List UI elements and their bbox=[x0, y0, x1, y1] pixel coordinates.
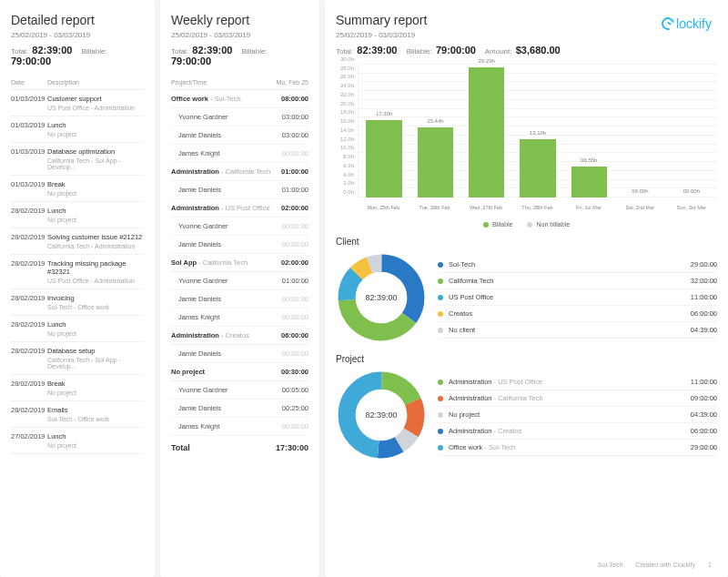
weekly-group-header: Administration - US Post Office02:00:00 bbox=[171, 199, 308, 218]
user-name: James Knight bbox=[178, 313, 219, 321]
weekly-user-row: Jamie Daniels00:25:00 bbox=[171, 400, 308, 418]
group-time: 00:30:00 bbox=[281, 368, 308, 376]
table-row: 01/03/2019LunchNo project bbox=[11, 116, 144, 143]
group-time: 01:00:00 bbox=[281, 167, 308, 176]
weekly-user-row: James Knight00:00:00 bbox=[171, 309, 308, 327]
x-tick: Thu, 28th Feb bbox=[511, 205, 562, 210]
amount-value: $3,680.00 bbox=[516, 45, 561, 56]
row-description: Lunch bbox=[47, 432, 144, 440]
y-tick: 0.0h bbox=[343, 189, 354, 195]
row-date: 01/03/2019 bbox=[11, 180, 47, 188]
user-name: Yvonne Gardner bbox=[178, 113, 228, 121]
bar-value-label: 00:00h bbox=[673, 188, 709, 194]
group-time: 02:00:00 bbox=[281, 258, 308, 267]
row-date: 28/02/2019 bbox=[11, 207, 47, 215]
legend-time: 32:00:00 bbox=[691, 277, 717, 285]
row-description: Customer support bbox=[47, 95, 144, 103]
user-name: Yvonne Gardner bbox=[178, 386, 228, 394]
bar: 29:29h bbox=[469, 67, 504, 197]
total-label: Total: bbox=[171, 47, 188, 56]
y-tick: 4.0h bbox=[343, 172, 354, 177]
weekly-group-header: Administration - California Tech01:00:00 bbox=[171, 163, 308, 181]
col-project: Project/Time bbox=[171, 79, 207, 86]
row-subtitle: No project bbox=[11, 131, 144, 137]
user-time: 00:05:00 bbox=[282, 386, 308, 394]
weekly-title: Weekly report bbox=[171, 13, 308, 27]
weekly-bar-chart: 0.0h2.0h4.0h6.0h8.0h10.0h12.0h14.0h16.0h… bbox=[336, 65, 717, 219]
detailed-report-card: Detailed report 25/02/2019 - 03/03/2019 … bbox=[0, 0, 155, 577]
legend-time: 04:39:00 bbox=[691, 326, 717, 334]
user-time: 00:00:00 bbox=[282, 313, 308, 321]
weekly-user-row: Yvonne Gardner01:00:00 bbox=[171, 272, 308, 290]
y-tick: 12.0h bbox=[340, 137, 354, 142]
bar-slot: 13:10h bbox=[512, 65, 563, 197]
bar-slot: 06:55h bbox=[563, 65, 614, 197]
legend-row: No client04:39:00 bbox=[438, 322, 717, 339]
weekly-group-header: Administration - Creatos06:00:00 bbox=[171, 327, 308, 345]
row-date: 27/02/2019 bbox=[11, 432, 47, 440]
legend-name: No project bbox=[449, 410, 480, 419]
legend-dot-icon bbox=[438, 328, 443, 333]
amount-label: Amount: bbox=[485, 47, 512, 56]
y-tick: 24.0h bbox=[340, 83, 354, 88]
legend-name: Office work - Sol-Tech bbox=[449, 443, 515, 451]
weekly-table-header: Project/Time Mo, Feb 25 bbox=[171, 76, 308, 90]
group-time: 06:00:00 bbox=[281, 331, 308, 339]
row-subtitle: US Post Office - Administration bbox=[11, 278, 144, 284]
project-donut-block: 82:39:00 Administration - US Post Office… bbox=[336, 369, 717, 461]
legend-row: California Tech32:00:00 bbox=[438, 273, 717, 289]
project-legend: Administration - US Post Office11:00:00A… bbox=[438, 374, 717, 456]
row-date: 28/02/2019 bbox=[11, 347, 47, 355]
bar-value-label: 00:00h bbox=[622, 188, 658, 194]
legend-time: 11:00:00 bbox=[691, 293, 717, 301]
page-footer: Sol-Tech Created with Clockify 1 bbox=[598, 562, 712, 568]
row-subtitle: No project bbox=[11, 442, 144, 449]
client-section-title: Client bbox=[336, 237, 717, 247]
x-axis-labels: Mon, 25th FebTue, 26th FebWed, 27th FebT… bbox=[358, 205, 717, 210]
donut-center-value: 82:39:00 bbox=[365, 410, 397, 420]
row-subtitle: Sol-Tech - Office work bbox=[11, 304, 144, 310]
row-date: 28/02/2019 bbox=[11, 380, 47, 388]
legend-row: Office work - Sol-Tech29:00:00 bbox=[438, 440, 717, 456]
user-time: 00:00:00 bbox=[282, 149, 308, 157]
col-description: Description bbox=[47, 79, 144, 86]
user-name: Jamie Daniels bbox=[178, 349, 221, 358]
total-label: Total: bbox=[11, 47, 28, 56]
row-date: 01/03/2019 bbox=[11, 95, 47, 103]
y-tick: 2.0h bbox=[343, 180, 354, 186]
billable-label: Billable: bbox=[242, 47, 268, 56]
group-project: No project bbox=[171, 368, 281, 376]
weekly-total-label: Total bbox=[171, 443, 190, 452]
legend-dot-icon bbox=[527, 222, 532, 228]
logo-text: lockify bbox=[676, 16, 712, 31]
legend-dot-icon bbox=[438, 311, 443, 317]
group-project: Office work - Sol-Tech bbox=[171, 95, 281, 103]
user-time: 00:00:00 bbox=[282, 422, 308, 430]
project-section-title: Project bbox=[336, 354, 717, 364]
legend-time: 11:00:00 bbox=[691, 378, 717, 386]
weekly-group-header: Sol App - California Tech02:00:00 bbox=[171, 254, 308, 272]
client-legend: Sol-Tech29:00:00California Tech32:00:00U… bbox=[438, 257, 717, 339]
row-subtitle: California Tech - Sol App - Develop… bbox=[11, 157, 144, 170]
bar-value-label: 15:44h bbox=[418, 118, 453, 124]
summary-title: Summary report bbox=[336, 13, 717, 27]
bar-value-label: 29:29h bbox=[469, 58, 504, 64]
user-time: 00:00:00 bbox=[282, 240, 308, 248]
total-value: 82:39:00 bbox=[32, 45, 72, 56]
project-donut-chart: 82:39:00 bbox=[336, 369, 427, 461]
row-description: Invoicing bbox=[47, 294, 144, 302]
client-donut-block: 82:39:00 Sol-Tech29:00:00California Tech… bbox=[336, 252, 717, 343]
weekly-user-row: Jamie Daniels03:00:00 bbox=[171, 127, 308, 145]
summary-report-card: Summary report 25/02/2019 - 03/03/2019 T… bbox=[325, 0, 728, 577]
x-tick: Tue, 26th Feb bbox=[409, 205, 460, 210]
legend-name: Administration - US Post Office bbox=[449, 378, 542, 386]
x-tick: Fri, 1st Mar bbox=[563, 205, 614, 210]
legend-row: Administration - US Post Office11:00:00 bbox=[438, 374, 717, 390]
weekly-group-header: Office work - Sol-Tech08:00:00 bbox=[171, 90, 308, 108]
table-row: 01/03/2019Customer supportUS Post Office… bbox=[11, 90, 144, 116]
legend-dot-icon bbox=[438, 262, 443, 268]
user-name: Jamie Daniels bbox=[178, 295, 221, 303]
legend-time: 06:00:00 bbox=[691, 309, 717, 318]
row-subtitle: No project bbox=[11, 330, 144, 337]
legend-billable: Billable bbox=[483, 221, 513, 228]
